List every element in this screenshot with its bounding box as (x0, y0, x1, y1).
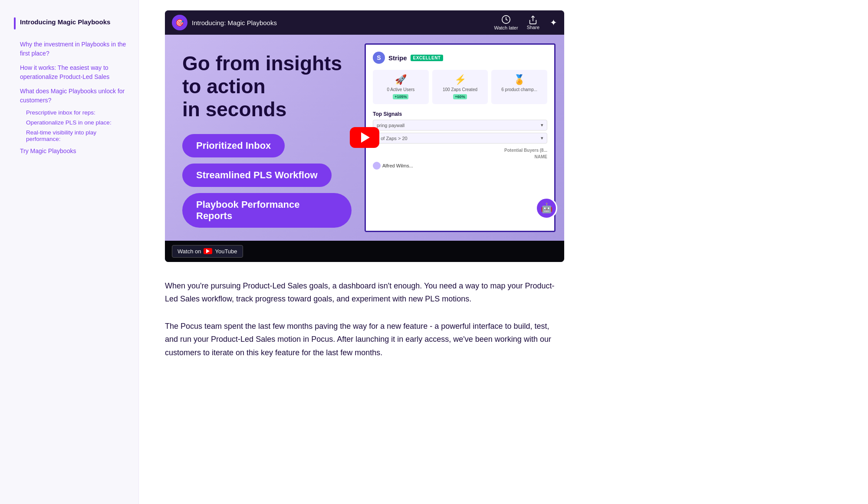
sidebar-link-prescriptive-inbox[interactable]: Prescriptive inbox for reps: (14, 108, 128, 118)
sidebar-active-section: Introducing Magic Playbooks (14, 17, 128, 29)
sidebar-link-why-investment[interactable]: Why the investment in Playbooks in the f… (14, 37, 128, 61)
chat-icon-button[interactable]: 🤖 (536, 197, 557, 219)
potential-buyers-header: Potential Buyers (8... (373, 148, 547, 153)
watch-on-youtube-button[interactable]: Watch on YouTube (172, 245, 243, 258)
sidebar-nav: Why the investment in Playbooks in the f… (14, 37, 128, 158)
sidebar: Introducing Magic Playbooks Why the inve… (0, 0, 139, 504)
card2-label: 100 Zaps Created (437, 87, 484, 92)
chat-icon-symbol: 🤖 (541, 203, 552, 214)
main-content: 🎯 Introducing: Magic Playbooks Watch lat… (139, 0, 868, 504)
paragraph-2: The Pocus team spent the last few months… (165, 320, 564, 360)
sidebar-link-what-unlocks[interactable]: What does Magic Playbooks unlock for cus… (14, 84, 128, 108)
potential-buyers-section: Potential Buyers (8... NAME Alfred Wilms… (373, 148, 547, 170)
video-title: Introducing: Magic Playbooks (192, 19, 277, 26)
headline-line1: Go from insights (182, 52, 342, 75)
signal-dropdown-2[interactable]: # of Zaps > 20 ▾ (373, 133, 547, 144)
sidebar-link-how-it-works[interactable]: How it works: The easiest way to operati… (14, 61, 128, 84)
card1-label: 0 Active Users (377, 87, 424, 92)
card3-emoji: 🏅 (496, 74, 543, 85)
pill-streamlined-workflow[interactable]: Streamlined PLS Workflow (182, 164, 332, 187)
signal-dropdown-1[interactable]: pring paywall ▾ (373, 120, 547, 131)
video-left-content: Go from insights to action in seconds Pr… (165, 35, 365, 241)
share-label: Share (527, 25, 539, 30)
active-indicator (14, 17, 16, 29)
signals-section: Top Signals pring paywall ▾ # of Zaps > … (373, 111, 547, 144)
card2-badge: +60% (453, 94, 467, 99)
sidebar-active-title: Introducing Magic Playbooks (20, 17, 110, 26)
person-name: Alfred Wilms... (382, 163, 413, 168)
dropdown1-chevron: ▾ (541, 122, 543, 128)
metric-card-2: ⚡ 100 Zaps Created +60% (432, 70, 488, 104)
share-icon (528, 15, 538, 25)
sidebar-link-operationalize[interactable]: Operationalize PLS in one place: (14, 118, 128, 128)
yt-logo-triangle (206, 249, 210, 253)
video-container: 🎯 Introducing: Magic Playbooks Watch lat… (165, 10, 564, 262)
headline-line3: in seconds (182, 98, 286, 121)
metric-card-3: 🏅 6 product champ... (491, 70, 547, 104)
video-header: 🎯 Introducing: Magic Playbooks Watch lat… (165, 10, 564, 35)
paragraph-1: When you're pursuing Product-Led Sales g… (165, 279, 564, 306)
watch-later-icon (501, 15, 511, 24)
video-header-controls: Watch later Share ✦ (494, 15, 557, 30)
video-body: Go from insights to action in seconds Pr… (165, 35, 564, 241)
share-button[interactable]: Share (527, 15, 539, 30)
name-column-header: NAME (373, 154, 547, 159)
watch-later-label: Watch later (494, 25, 518, 30)
channel-icon-symbol: 🎯 (175, 19, 184, 27)
top-signals-title: Top Signals (373, 111, 547, 117)
stripe-logo: S (373, 52, 385, 64)
metric-cards: 🚀 0 Active Users +105% ⚡ 100 Zaps Create… (373, 70, 547, 104)
person-row: Alfred Wilms... (373, 162, 547, 170)
card2-emoji: ⚡ (437, 74, 484, 85)
sidebar-link-try-magic[interactable]: Try Magic Playbooks (14, 144, 128, 158)
youtube-label: YouTube (215, 248, 237, 255)
watch-on-label: Watch on (178, 248, 201, 255)
play-triangle (361, 132, 370, 143)
metric-card-1: 🚀 0 Active Users +105% (373, 70, 429, 104)
stripe-badge: EXCELLENT (411, 55, 444, 61)
stripe-header-row: S Stripe EXCELLENT (373, 52, 547, 64)
pill-playbook-reports[interactable]: Playbook Performance Reports (182, 193, 352, 228)
video-product-screenshot: S Stripe EXCELLENT 🚀 0 Active Users +105… (365, 43, 556, 232)
sidebar-link-real-time[interactable]: Real-time visibility into play performan… (14, 128, 128, 144)
pill-prioritized-inbox[interactable]: Prioritized Inbox (182, 134, 285, 157)
article-text: When you're pursuing Product-Led Sales g… (165, 279, 564, 360)
video-headline: Go from insights to action in seconds (182, 52, 352, 121)
card1-emoji: 🚀 (377, 74, 424, 85)
add-button[interactable]: ✦ (550, 17, 557, 28)
watch-later-button[interactable]: Watch later (494, 15, 518, 30)
video-footer: Watch on YouTube (165, 241, 564, 262)
youtube-logo-icon (204, 248, 212, 254)
video-channel-icon: 🎯 (172, 15, 187, 30)
dropdown1-label: pring paywall (377, 123, 404, 128)
card1-badge: +105% (393, 94, 408, 99)
stripe-name: Stripe (388, 54, 407, 62)
feature-pills: Prioritized Inbox Streamlined PLS Workfl… (182, 134, 352, 228)
dropdown2-label: # of Zaps > 20 (377, 136, 408, 141)
headline-line2: to action (182, 75, 266, 98)
person-avatar (373, 162, 381, 170)
dropdown2-chevron: ▾ (541, 135, 543, 141)
card3-label: 6 product champ... (496, 87, 543, 92)
youtube-play-button[interactable] (350, 127, 379, 148)
